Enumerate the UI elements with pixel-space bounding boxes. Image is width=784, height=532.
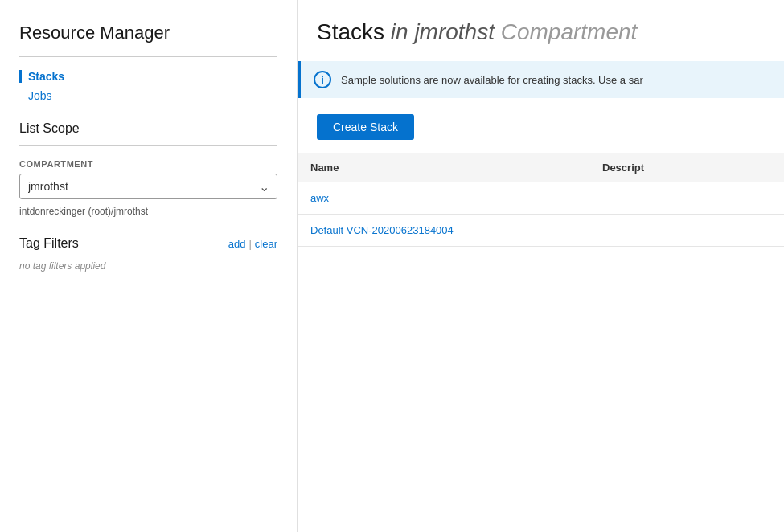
stack-link-awx[interactable]: awx bbox=[310, 192, 329, 204]
table-col-name: Name bbox=[298, 153, 589, 182]
separator: | bbox=[248, 238, 251, 250]
jobs-link[interactable]: Jobs bbox=[19, 89, 52, 102]
stack-link-vcn[interactable]: Default VCN-20200623184004 bbox=[310, 224, 454, 236]
stacks-table: Name Descript awx Default VCN-2020062318… bbox=[298, 153, 784, 247]
table-row: awx bbox=[298, 182, 784, 215]
table-cell-name: Default VCN-20200623184004 bbox=[298, 215, 589, 247]
add-tag-filter-link[interactable]: add bbox=[228, 238, 246, 250]
tag-filters-actions: add|clear bbox=[228, 238, 277, 250]
sidebar-item-jobs[interactable]: Jobs bbox=[19, 89, 277, 102]
compartment-select-wrapper: jmrothst ⌄ bbox=[19, 174, 277, 199]
clear-tag-filter-link[interactable]: clear bbox=[255, 238, 277, 250]
page-title-stacks: Stacks bbox=[317, 19, 384, 44]
info-icon: i bbox=[314, 71, 331, 88]
table-col-description: Descript bbox=[589, 153, 784, 182]
info-banner: i Sample solutions are now available for… bbox=[298, 61, 784, 98]
sidebar-nav: Stacks Jobs bbox=[19, 70, 277, 102]
main-header: Stacks in jmrothst Compartment bbox=[298, 19, 784, 61]
toolbar: Create Stack bbox=[298, 114, 784, 153]
table-body: awx Default VCN-20200623184004 bbox=[298, 182, 784, 247]
table-cell-name: awx bbox=[298, 182, 589, 215]
compartment-label-title: Compartment bbox=[501, 19, 638, 44]
list-scope-divider bbox=[19, 145, 277, 146]
compartment-path: intdonreckinger (root)/jmrothst bbox=[19, 206, 277, 217]
sidebar-item-stacks[interactable]: Stacks bbox=[19, 70, 277, 83]
sidebar-divider bbox=[19, 56, 277, 57]
table-cell-desc bbox=[589, 215, 784, 247]
info-banner-text: Sample solutions are now available for c… bbox=[341, 74, 643, 86]
main-content: Stacks in jmrothst Compartment i Sample … bbox=[298, 0, 784, 532]
compartment-label: COMPARTMENT bbox=[19, 159, 277, 169]
tag-filters-title: Tag Filters bbox=[19, 236, 228, 251]
sidebar-title: Resource Manager bbox=[19, 23, 277, 43]
page-title: Stacks in jmrothst Compartment bbox=[317, 19, 765, 45]
table-row: Default VCN-20200623184004 bbox=[298, 215, 784, 247]
in-keyword: in jmrothst bbox=[391, 19, 501, 44]
tag-filters-header: Tag Filters add|clear bbox=[19, 236, 277, 251]
create-stack-button[interactable]: Create Stack bbox=[317, 114, 414, 140]
stacks-link[interactable]: Stacks bbox=[19, 70, 64, 83]
compartment-select[interactable]: jmrothst bbox=[19, 174, 277, 199]
no-tag-filters-text: no tag filters applied bbox=[19, 260, 277, 272]
info-icon-text: i bbox=[321, 74, 324, 86]
table-header: Name Descript bbox=[298, 153, 784, 182]
sidebar: Resource Manager Stacks Jobs List Scope … bbox=[0, 0, 298, 532]
list-scope-title: List Scope bbox=[19, 121, 277, 136]
table-cell-desc bbox=[589, 182, 784, 215]
